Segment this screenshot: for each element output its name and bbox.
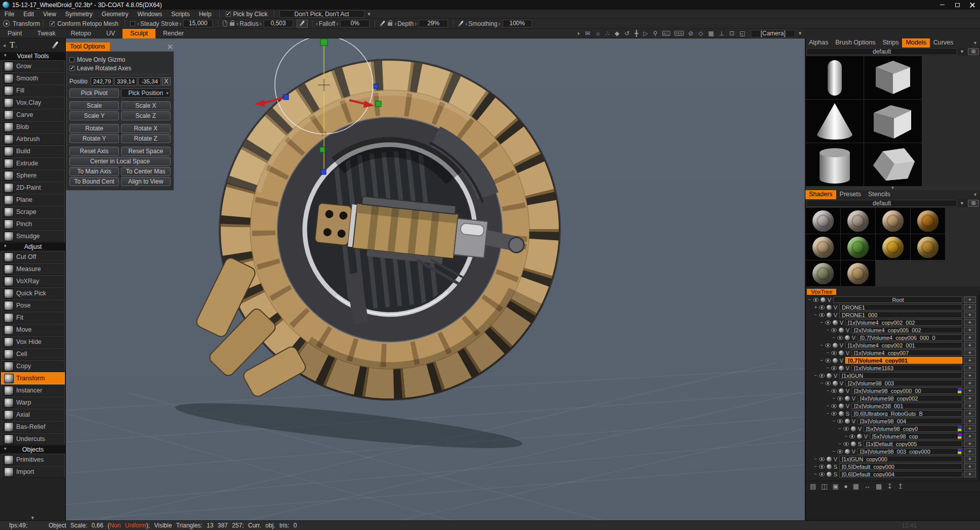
visibility-eye-icon[interactable] (819, 305, 825, 310)
chevron-down-icon[interactable]: ▼ (957, 49, 967, 54)
sidebar-tool-row[interactable]: Sphere (1, 169, 65, 182)
volume-name[interactable]: DRONE1 (839, 304, 962, 311)
workspace-tab[interactable]: Paint (0, 29, 30, 38)
panel-tab[interactable]: Strips (879, 38, 902, 48)
tool-options-button[interactable]: Scale Y (69, 111, 119, 120)
volume-sphere-icon[interactable] (845, 335, 850, 340)
sidebar-tool-row[interactable]: Airbrush (1, 133, 65, 145)
sidebar-tool-row[interactable]: Undercuts (1, 433, 65, 445)
panel-tab[interactable]: Stencils (865, 190, 894, 199)
smoothing-label[interactable]: Smoothing (465, 20, 500, 27)
viewport-icon[interactable]: ⊡ (727, 29, 737, 38)
voxtree-toolbar-icon[interactable]: ● (841, 482, 850, 490)
volume-sphere-icon[interactable] (839, 366, 844, 371)
workspace-tab[interactable]: Tweak (30, 29, 63, 38)
add-child-button[interactable]: + (964, 365, 976, 371)
tool-options-tab[interactable]: Tool Options (66, 42, 110, 51)
add-child-button[interactable]: + (964, 312, 976, 318)
sidebar-tool-row[interactable]: Plane (1, 194, 65, 206)
add-child-button[interactable]: + (964, 403, 976, 409)
voxtree-scrollbar[interactable] (978, 295, 980, 481)
sidebar-tool-row[interactable]: Bas-Relief (1, 421, 65, 433)
voxtree-toolbar-icon[interactable]: ▤ (807, 482, 819, 490)
volume-name[interactable]: [1x]GUN (839, 372, 962, 379)
tool-options-button[interactable]: To Center Mas (121, 167, 171, 176)
depth-value[interactable]: 29% (419, 20, 448, 27)
volume-name[interactable]: [5x]Volume98_cop (870, 433, 962, 439)
add-child-button[interactable]: + (964, 418, 976, 424)
gizmo-handle-green[interactable] (320, 147, 325, 152)
models-scroll-down-icon[interactable]: ▼ (805, 186, 980, 190)
volume-name[interactable]: [1x]Volume1163 (851, 365, 962, 371)
sidebar-tool-row[interactable]: Vox.Clay (1, 97, 65, 109)
expander-icon[interactable]: − (813, 464, 818, 469)
viewport-icon[interactable]: ◱ (737, 29, 748, 38)
visibility-eye-icon[interactable] (831, 328, 837, 332)
voxtree-toolbar-icon[interactable]: ◫ (819, 482, 830, 490)
sidebar-tool-row[interactable]: Voxel Tools (0, 52, 65, 60)
add-child-button[interactable]: + (964, 425, 976, 432)
volume-name[interactable]: [0,6]Ultraborg_RoboGuts_B (851, 410, 962, 417)
position-x-field[interactable]: 242,79 (91, 77, 113, 85)
tool-options-button[interactable]: Rotate X (121, 124, 171, 133)
add-child-button[interactable]: + (964, 304, 976, 311)
expander-icon[interactable]: − (813, 471, 818, 477)
volume-name[interactable]: [5x]Volume98_copy0 (864, 425, 962, 432)
mouse-icon[interactable] (223, 20, 227, 27)
sidebar-tool-row[interactable]: Warp (1, 396, 65, 409)
add-child-button[interactable]: + (964, 380, 976, 386)
model-thumb-cube[interactable] (864, 56, 922, 99)
sidebar-tool-row[interactable]: VoXRay (1, 275, 65, 287)
visibility-eye-icon[interactable] (819, 457, 825, 461)
voxtree-row[interactable]: − S [0,5]Default_copy000 + (805, 463, 980, 470)
shader-swatch[interactable] (841, 234, 875, 260)
volume-sphere-icon[interactable] (833, 381, 838, 386)
add-child-button[interactable]: + (964, 327, 976, 333)
add-child-button[interactable]: + (964, 456, 976, 462)
volume-sphere-icon[interactable] (839, 404, 844, 409)
sidebar-tool-row[interactable]: Blob (1, 121, 65, 133)
volume-name[interactable]: [3x]Volume98_003_copy000 (858, 448, 962, 455)
shader-swatch[interactable] (841, 260, 875, 286)
sidebar-tool-row[interactable]: Carve (1, 109, 65, 121)
menu-item[interactable]: Help (194, 10, 216, 19)
volume-sphere-icon[interactable] (839, 328, 844, 333)
voxtree-row[interactable]: − V [2x]Volume98_003 + (805, 379, 980, 387)
volume-name[interactable]: Root (833, 296, 962, 303)
visibility-eye-icon[interactable] (819, 374, 825, 378)
visibility-eye-icon[interactable] (849, 434, 855, 438)
expander-icon[interactable]: − (813, 312, 818, 318)
model-thumb-prism[interactable] (864, 143, 922, 186)
shader-swatch[interactable] (876, 208, 910, 234)
radius-label[interactable]: Radius (236, 20, 261, 27)
panel-tab[interactable]: Shaders (805, 190, 836, 199)
sidebar-tool-row[interactable]: Pose (1, 299, 65, 312)
tool-options-button[interactable]: Rotate Y (69, 134, 119, 143)
falloff-value[interactable]: 0% (340, 20, 370, 27)
chevron-down-icon[interactable]: ▼ (957, 201, 967, 206)
voxtree-toolbar-icon[interactable]: ▦ (850, 482, 862, 490)
add-child-button[interactable]: + (964, 433, 976, 439)
menu-item[interactable]: Geometry (97, 10, 133, 19)
volume-name[interactable]: [3x]Volume98_copy000_00 (851, 387, 962, 394)
voxtree-row[interactable]: − V [5x]Volume98_cop + (805, 432, 980, 440)
conform-retopo-checkbox[interactable]: Conform Retopo Mesh (47, 20, 121, 27)
viewport-3d[interactable]: Tool Options Move Only Gizmo Leave Rotat… (66, 38, 805, 520)
lock-icon[interactable] (230, 22, 234, 26)
tool-option-checkbox[interactable]: Leave Rotated Axes (69, 64, 171, 72)
sidebar-tool-row[interactable]: Smooth (1, 72, 65, 84)
volume-name[interactable]: [4x]Volume98_copy002 (858, 395, 962, 402)
shaders-folder-dropdown[interactable]: default (806, 200, 957, 207)
expander-icon[interactable]: − (826, 365, 830, 371)
volume-name[interactable]: [1x]Volume4_copy002_002 (845, 319, 962, 326)
tool-options-button[interactable]: To Bound Cent (69, 177, 119, 186)
collapse-panel-icon[interactable]: ◂ (3, 42, 6, 48)
voxtree-row[interactable]: + V DRONE1 + (805, 303, 980, 311)
shader-swatch[interactable] (806, 260, 840, 286)
minimize-button[interactable] (934, 0, 950, 10)
volume-name[interactable]: [2x]Volume4_copy005_002 (851, 327, 962, 333)
models-folder-dropdown[interactable]: default (806, 48, 957, 55)
expander-icon[interactable]: − (826, 388, 830, 393)
add-child-button[interactable]: + (964, 395, 976, 402)
visibility-eye-icon[interactable] (825, 359, 831, 363)
